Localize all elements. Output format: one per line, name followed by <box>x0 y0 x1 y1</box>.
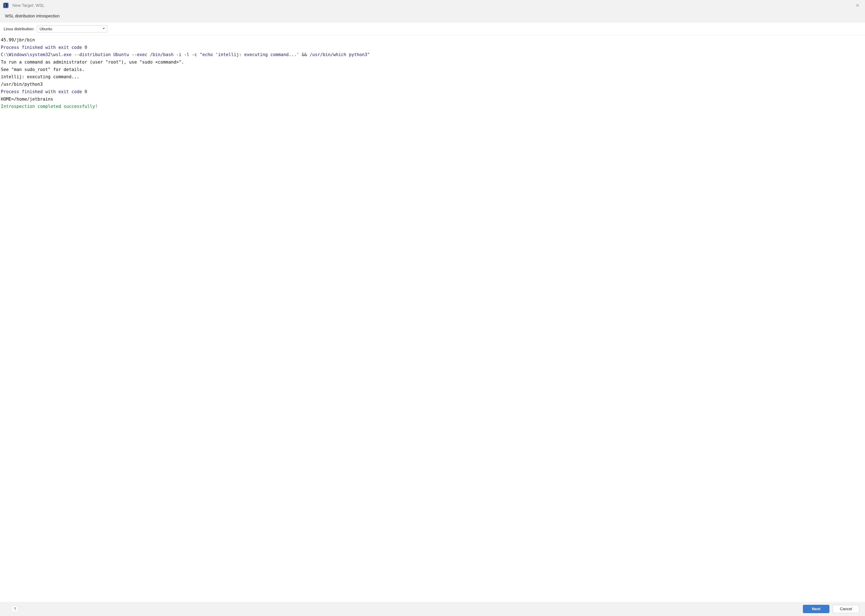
subtitle-row: WSL distribution introspection <box>0 11 865 22</box>
svg-rect-3 <box>4 6 6 6</box>
distribution-label: Linux distribution: <box>4 27 35 31</box>
console-line: intellij: executing command... <box>1 73 864 81</box>
window-title: New Target: WSL <box>13 3 44 8</box>
close-icon <box>856 3 859 7</box>
console-line: Process finished with exit code 0 <box>1 44 864 51</box>
next-button[interactable]: Next <box>803 605 829 613</box>
help-button[interactable]: ? <box>11 605 19 613</box>
dialog-footer: ? Next Cancel <box>0 602 865 616</box>
console-line: 45.99/jbr/bin <box>1 36 864 44</box>
console-line: See "man sudo_root" for details. <box>1 66 864 74</box>
distribution-select-wrap: Ubuntu <box>37 25 107 33</box>
close-button[interactable] <box>854 2 861 9</box>
svg-text:DS: DS <box>4 4 6 6</box>
titlebar: DS New Target: WSL <box>0 0 865 11</box>
cancel-button[interactable]: Cancel <box>833 605 859 613</box>
console-line: Process finished with exit code 0 <box>1 88 864 96</box>
console-line: C:\Windows\system32\wsl.exe --distributi… <box>1 51 864 58</box>
dialog-window: DS New Target: WSL WSL distribution intr… <box>0 0 865 616</box>
app-icon: DS <box>3 3 9 8</box>
console-line: /usr/bin/python3 <box>1 81 864 88</box>
distribution-select[interactable]: Ubuntu <box>37 25 107 33</box>
dialog-subtitle: WSL distribution introspection <box>5 14 60 18</box>
console-output[interactable]: 45.99/jbr/binProcess finished with exit … <box>0 35 865 602</box>
console-line: HOME=/home/jetbrains <box>1 96 864 103</box>
console-line: Introspection completed successfully! <box>1 103 864 110</box>
console-line: To run a command as administrator (user … <box>1 58 864 66</box>
help-icon: ? <box>14 607 16 611</box>
distribution-form-row: Linux distribution: Ubuntu <box>0 22 865 35</box>
console-wrap: 45.99/jbr/binProcess finished with exit … <box>0 35 865 602</box>
